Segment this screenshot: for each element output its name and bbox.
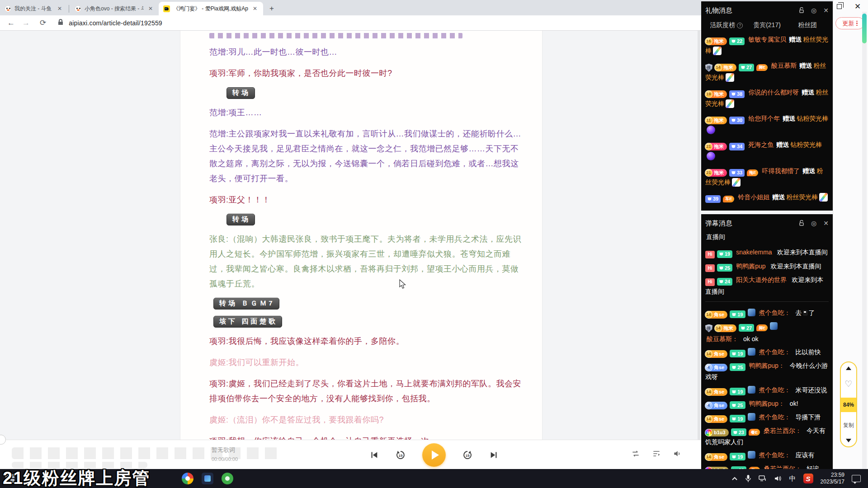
tab-close-icon[interactable]: ✕ [251,5,259,12]
gift-action-label: 赠送 [789,36,802,43]
welcome-text: 欢迎来到本直播间 [777,249,828,256]
taskbar-app-icon[interactable] [222,473,233,484]
script-line: 范增:主公跟项家对我一直以来礼敬有加，言听计从…我们做谋士的，还能祈盼什么…主公… [209,127,526,186]
glowstick-icon [726,99,734,108]
strip-scrollbar[interactable] [862,12,867,469]
gift-action-label: 赠送 [802,89,814,96]
fan-level-medal: 19 [705,90,712,98]
gift-message: 拖米1938你说的什么都对呀赠送粉丝荧光棒 [705,87,829,109]
gift-message: 侠拖米1427脚E酸豆慕斯赠送粉丝荧光棒 [705,60,829,83]
user-level-badge: 23 [731,466,746,469]
gift-message: 拖米2133拖E吓得我都懵了赠送粉丝荧光棒 [705,165,829,188]
scene-badge-row: 垓下 四面楚歌 [213,316,526,328]
gift-panel-tab[interactable]: 粉丝团 [787,21,828,29]
playlist-icon[interactable] [652,449,661,460]
chat-message: 角se425鸭鸭酱pup：ok! [705,398,829,409]
notification-center-icon[interactable] [852,475,861,482]
play-order-icon[interactable] [631,449,640,460]
gift-action-label: 赠送 [799,62,812,69]
taskbar-app-icon[interactable] [202,473,213,484]
back-icon[interactable]: ← [7,19,15,28]
volume-icon[interactable] [673,449,682,460]
forward-15-button[interactable]: 15 [462,450,473,460]
window-restore-icon[interactable] [837,4,842,9]
panel-settings-icon[interactable]: ◎ [811,220,816,227]
lock-icon [58,19,63,28]
network-icon[interactable] [759,475,767,482]
scroll-up-icon[interactable] [846,366,851,370]
speaker-icon[interactable] [774,475,782,482]
douyu-favicon [75,5,81,12]
chat-username: 阳关大道外的世界 [736,276,787,283]
sogou-input-icon[interactable]: S [803,474,813,483]
glowstick-icon [726,73,734,82]
scene-badge: 转场 [226,87,255,99]
chat-username: 桑若兰西尔： [764,465,802,469]
panel-close-icon[interactable]: ✕ [823,7,829,14]
url-text[interactable]: aipiaxi.com/article-detail/192559 [69,19,162,27]
taskbar-clock[interactable]: 23:59 2023/5/17 [821,472,844,485]
copy-button[interactable]: 复制 [843,422,854,429]
scene-badge: 转场 [226,214,255,225]
update-button[interactable]: 更新 [835,17,864,29]
fan-club-badge: 角se4 [705,364,727,371]
noble-mini-badge: 车E [723,196,734,202]
strip-scrollbar-thumb[interactable] [862,14,867,43]
fan-level-medal: 11 [705,117,712,124]
glowstick-icon [819,193,828,202]
chat-username: 煮个鱼吃： [759,309,791,316]
user-level-badge: 19 [730,388,745,395]
fan-level-medal: 14 [714,64,722,71]
gift-message: 拖米2134死海之鱼赠送钻粉荧光棒 [705,139,829,161]
update-menu-dots[interactable] [856,21,858,26]
scroll-down-icon[interactable] [846,439,851,442]
douyu-favicon [5,5,11,12]
browser-tab[interactable]: 我的关注 - 斗鱼✕ [0,2,68,15]
danmaku-panel-title: 弹幕消息 [705,219,792,228]
gift-panel-tabs: 活跃度榜?贵宾(217)粉丝团 [706,21,828,29]
tray-expand-icon[interactable] [731,476,738,481]
gift-message: 拖米1130给您拜个年赠送钻粉荧光棒 [705,113,829,135]
chat-username: snakelemma [736,249,772,256]
gift-panel-tab[interactable]: 活跃度榜? [706,21,747,29]
chat-username: 煮个鱼吃： [759,348,791,356]
tab-close-icon[interactable]: ✕ [147,5,154,12]
taskbar-app-icon[interactable] [182,473,193,484]
fan-level-medal: 14 [705,350,712,358]
window-close-icon[interactable]: ✕ [854,3,861,10]
ime-indicator[interactable]: 中 [789,474,796,483]
rewind-15-button[interactable]: 15 [395,450,406,460]
browser-tab[interactable]: 小角色ovo - 搜索结果 - 斗鱼直播✕ [70,2,159,15]
unlock-icon[interactable] [799,7,804,14]
previous-track-button[interactable] [369,450,379,460]
script-sheet: 范增:羽儿…此一时也…彼一时也…项羽:军师，你助我项家，是否也分此一时彼一时?转… [180,31,542,440]
noble-mini-badge: 拖E [747,169,758,176]
screen: 我的关注 - 斗鱼✕小角色ovo - 搜索结果 - 斗鱼直播✕《鸿门宴》 - 爱… [0,0,868,488]
microphone-icon[interactable] [745,474,751,483]
panel-settings-icon[interactable]: ◎ [811,7,816,14]
chat-message: 侠拖米1427脚E酸豆慕斯：ok ok [705,321,829,344]
gift-sender-name: 死海之鱼 [748,141,774,148]
reload-icon[interactable]: ⟳ [40,18,46,28]
page-scrollbar[interactable] [698,31,700,440]
new-tab-button[interactable]: + [266,3,278,14]
forward-icon[interactable]: → [22,19,30,28]
play-button[interactable] [422,443,446,467]
fan-level-medal: 21 [705,169,712,177]
gift-panel-tab[interactable]: 贵宾(217) [747,21,788,29]
script-content: 范增:羽儿…此一时也…彼一时也…项羽:军师，你助我项家，是否也分此一时彼一时?转… [209,33,526,440]
chat-message: b1u31523餐E桑若兰西尔：好诶 [705,463,829,469]
chat-username: 煮个鱼吃： [759,451,791,459]
panel-close-icon[interactable]: ✕ [823,220,829,227]
tab-close-icon[interactable]: ✕ [56,5,63,12]
chat-text: 比以前快 [796,348,821,356]
fan-club-badge: b1u315 [705,467,729,469]
next-track-button[interactable] [489,450,499,460]
user-level-badge: 19 [730,350,745,357]
time: 23:59 [821,472,844,479]
tab-divider [69,5,69,13]
browser-tab[interactable]: 《鸿门宴》 - 爱Pia戏网,戏鲸Ap✕ [159,2,263,15]
like-heart-icon[interactable]: ♡ [844,380,852,388]
unlock-icon[interactable] [799,220,804,226]
avatar [748,386,755,394]
